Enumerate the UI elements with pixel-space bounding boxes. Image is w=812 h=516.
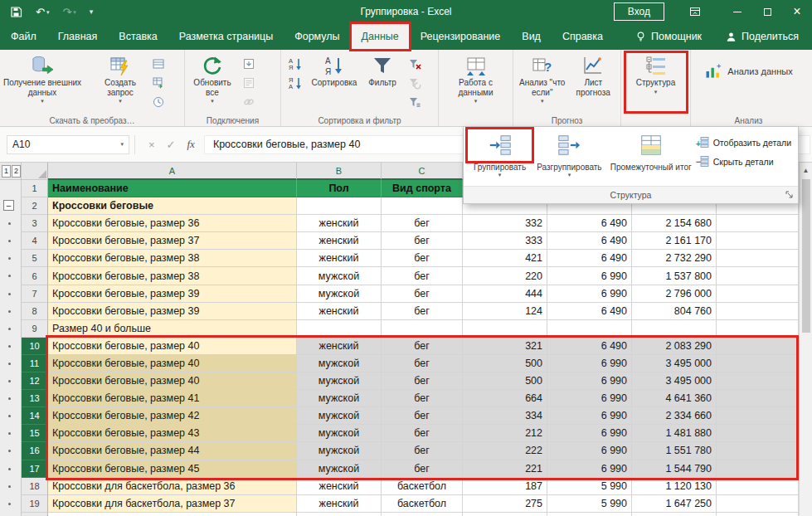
- row-header-5[interactable]: 5: [22, 250, 48, 267]
- cell-A6[interactable]: Кроссовки беговые, размер 38: [48, 267, 297, 285]
- cell-B18[interactable]: женский: [297, 478, 382, 495]
- tab-review[interactable]: Рецензирование: [410, 23, 512, 50]
- cell-C18[interactable]: баскетбол: [382, 478, 463, 495]
- cell-D17[interactable]: 221: [463, 460, 547, 478]
- select-all-corner[interactable]: [22, 163, 48, 180]
- cell-A11[interactable]: Кроссовки беговые, размер 40: [48, 355, 297, 372]
- cell-F10[interactable]: 2 083 290: [632, 338, 717, 355]
- cell-D20[interactable]: [463, 513, 547, 516]
- show-detail-button[interactable]: + Отобразить детали: [696, 136, 791, 148]
- cell-B7[interactable]: мужской: [297, 285, 382, 303]
- cell-E13[interactable]: 6 990: [547, 390, 632, 407]
- cell-C15[interactable]: бег: [382, 425, 463, 442]
- cell-E15[interactable]: 6 990: [547, 425, 632, 442]
- cell-C13[interactable]: бег: [382, 390, 463, 407]
- cell-F16[interactable]: 1 551 780: [632, 442, 717, 460]
- cell-D9[interactable]: [463, 320, 547, 338]
- cell-C14[interactable]: бег: [382, 407, 463, 425]
- cell-C5[interactable]: бег: [382, 250, 463, 267]
- save-button[interactable]: [10, 6, 22, 18]
- cell-C4[interactable]: бег: [382, 232, 463, 250]
- subtotal-button[interactable]: Промежуточный итог: [606, 129, 696, 186]
- scroll-up-icon[interactable]: ▲: [803, 163, 810, 174]
- cell-E6[interactable]: 6 990: [547, 267, 632, 285]
- cell-D16[interactable]: 222: [463, 442, 547, 460]
- cell-G14[interactable]: [717, 407, 799, 425]
- row-header-6[interactable]: 6: [22, 267, 48, 285]
- cell-G19[interactable]: [717, 495, 799, 513]
- group-button[interactable]: Группировать ▾: [467, 129, 532, 186]
- cell-C7[interactable]: бег: [382, 285, 463, 303]
- cell-E14[interactable]: 6 990: [547, 407, 632, 425]
- hide-detail-button[interactable]: − Скрыть детали: [696, 155, 791, 168]
- cell-C17[interactable]: бег: [382, 460, 463, 478]
- cell-C19[interactable]: баскетбол: [382, 495, 463, 513]
- cell-D14[interactable]: 334: [463, 407, 547, 425]
- cell-E18[interactable]: 5 990: [547, 478, 632, 495]
- dialog-launcher-icon[interactable]: [785, 191, 795, 200]
- new-query-button[interactable]: Создать запрос ▾: [94, 52, 147, 112]
- cell-C9[interactable]: [382, 320, 463, 338]
- cell-F19[interactable]: 1 647 250: [632, 495, 717, 513]
- cell-A14[interactable]: Кроссовки беговые, размер 42: [48, 407, 297, 425]
- cell-E7[interactable]: 6 990: [547, 285, 632, 303]
- undo-button[interactable]: ↶▾: [36, 7, 49, 17]
- row-header-3[interactable]: 3: [22, 215, 48, 232]
- maximize-button[interactable]: [752, 0, 782, 23]
- minimize-button[interactable]: [722, 0, 752, 23]
- analyze-data-button[interactable]: Анализ данных: [704, 62, 792, 80]
- cell-G11[interactable]: [717, 355, 799, 372]
- row-header-7[interactable]: 7: [22, 285, 48, 303]
- properties-button[interactable]: [239, 75, 259, 91]
- cell-G13[interactable]: [717, 390, 799, 407]
- data-tools-button[interactable]: Работа с данными ▾: [443, 52, 509, 112]
- customize-quick-access-button[interactable]: ▾: [90, 8, 94, 16]
- cell-C10[interactable]: бег: [382, 338, 463, 355]
- cell-G5[interactable]: [717, 250, 799, 267]
- cell-D19[interactable]: 275: [463, 495, 547, 513]
- cell-B8[interactable]: женский: [297, 303, 382, 320]
- collapse-group-button[interactable]: −: [0, 197, 22, 215]
- cell-D7[interactable]: 444: [463, 285, 547, 303]
- cell-G4[interactable]: [717, 232, 799, 250]
- forecast-sheet-button[interactable]: Лист прогноза: [568, 52, 618, 112]
- cell-E20[interactable]: [547, 513, 632, 516]
- refresh-all-button[interactable]: Обновить все ▾: [187, 52, 237, 112]
- cell-F11[interactable]: 3 495 000: [632, 355, 717, 372]
- cancel-button[interactable]: ×: [148, 139, 155, 151]
- cell-B1[interactable]: Пол: [297, 180, 382, 197]
- tab-file[interactable]: Файл: [0, 23, 47, 50]
- row-header-2[interactable]: 2: [22, 197, 48, 215]
- outline-level-1-button[interactable]: 1: [2, 165, 11, 178]
- cell-F17[interactable]: 1 544 790: [632, 460, 717, 478]
- cell-E9[interactable]: [547, 320, 632, 338]
- cell-D10[interactable]: 321: [463, 338, 547, 355]
- cell-C11[interactable]: бег: [382, 355, 463, 372]
- outline-level-2-button[interactable]: 2: [12, 165, 21, 178]
- tab-data[interactable]: Данные: [351, 23, 410, 50]
- cell-A15[interactable]: Кроссовки беговые, размер 43: [48, 425, 297, 442]
- cell-B17[interactable]: мужской: [297, 460, 382, 478]
- cell-E17[interactable]: 6 990: [547, 460, 632, 478]
- cell-E12[interactable]: 6 990: [547, 372, 632, 390]
- cell-F20[interactable]: [632, 513, 717, 516]
- tab-insert[interactable]: Вставка: [108, 23, 168, 50]
- cell-B20[interactable]: [297, 513, 382, 516]
- signin-button[interactable]: Вход: [614, 2, 664, 21]
- ungroup-button[interactable]: Разгруппировать ▾: [532, 129, 606, 186]
- from-table-button[interactable]: [148, 75, 168, 91]
- cell-F6[interactable]: 1 537 800: [632, 267, 717, 285]
- cell-D4[interactable]: 333: [463, 232, 547, 250]
- cell-G3[interactable]: [717, 215, 799, 232]
- cell-D3[interactable]: 332: [463, 215, 547, 232]
- cell-D15[interactable]: 212: [463, 425, 547, 442]
- tab-formulas[interactable]: Формулы: [284, 23, 350, 50]
- edit-links-button[interactable]: [239, 94, 259, 110]
- cell-G16[interactable]: [717, 442, 799, 460]
- cell-B13[interactable]: мужской: [297, 390, 382, 407]
- cell-F14[interactable]: 2 334 660: [632, 407, 717, 425]
- cell-A19[interactable]: Кроссовки для баскетбола, размер 37: [48, 495, 297, 513]
- cell-D13[interactable]: 664: [463, 390, 547, 407]
- cell-G9[interactable]: [717, 320, 799, 338]
- row-header-1[interactable]: 1: [22, 180, 48, 197]
